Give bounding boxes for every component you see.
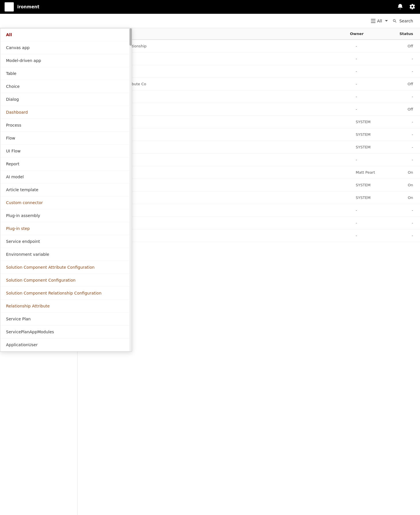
row-status: Off xyxy=(390,107,413,111)
dropdown-item[interactable]: Plug-in step xyxy=(0,222,132,235)
search-label: Search xyxy=(399,19,413,23)
dropdown-item[interactable]: Dashboard xyxy=(0,106,132,119)
row-owner: SYSTEM xyxy=(356,183,390,187)
row-status: - xyxy=(390,94,413,99)
dropdown-item[interactable]: Solution Component Attribute Configurati… xyxy=(0,261,132,274)
main-container: Type Solution Component RelationshipAppl… xyxy=(0,28,420,515)
dropdown-item[interactable]: Solution Component Relationship Configur… xyxy=(0,287,132,300)
dropdown-item[interactable]: ServicePlanAppModules xyxy=(0,326,132,338)
dropdown-item[interactable]: All xyxy=(0,28,132,41)
dropdown-item[interactable]: Service Plan xyxy=(0,313,132,326)
dropdown-item[interactable]: Article template xyxy=(0,183,132,196)
row-status: - xyxy=(390,57,413,61)
row-owner: - xyxy=(356,208,390,212)
dropdown-item[interactable]: Process xyxy=(0,119,132,132)
row-status: - xyxy=(390,132,413,137)
scrollbar-track xyxy=(129,28,132,351)
row-owner: - xyxy=(356,233,390,238)
row-owner: SYSTEM xyxy=(356,132,390,137)
row-owner: Matt Peart xyxy=(356,170,390,175)
search-box[interactable]: Search xyxy=(392,19,413,23)
row-owner: - xyxy=(356,69,390,73)
row-status: - xyxy=(390,221,413,225)
row-status: - xyxy=(390,233,413,238)
svg-rect-1 xyxy=(371,21,376,21)
dropdown-item[interactable]: Relationship Attribute xyxy=(0,300,132,313)
filter-all-button[interactable]: All xyxy=(371,19,388,23)
row-owner: - xyxy=(356,158,390,162)
top-bar-title: ironment xyxy=(17,4,39,9)
row-status: On xyxy=(390,183,413,187)
dropdown-item[interactable]: Environment variable xyxy=(0,248,132,261)
row-status: Off xyxy=(390,82,413,86)
dropdown-item[interactable]: UI Flow xyxy=(0,145,132,158)
top-bar: ironment xyxy=(0,0,420,14)
row-status: - xyxy=(390,69,413,73)
dropdown-item[interactable]: ApplicationUser xyxy=(0,338,132,351)
dropdown-item[interactable]: Solution Component Configuration xyxy=(0,274,132,287)
row-owner: - xyxy=(356,107,390,111)
dropdown-item[interactable]: Dialog xyxy=(0,93,132,106)
settings-icon[interactable] xyxy=(409,3,415,11)
dropdown-item[interactable]: AI model xyxy=(0,171,132,183)
row-status: On xyxy=(390,170,413,175)
type-dropdown[interactable]: AllCanvas appModel-driven appTableChoice… xyxy=(0,28,132,352)
th-status[interactable]: Status xyxy=(390,32,413,36)
sub-header: All Search xyxy=(0,14,420,28)
app-logo xyxy=(5,2,14,11)
row-owner: - xyxy=(356,57,390,61)
filter-all-label: All xyxy=(377,19,382,23)
row-status: - xyxy=(390,158,413,162)
dropdown-item[interactable]: Flow xyxy=(0,132,132,145)
dropdown-items: AllCanvas appModel-driven appTableChoice… xyxy=(0,28,132,351)
row-owner: - xyxy=(356,221,390,225)
filter-chevron-icon xyxy=(385,20,388,22)
dropdown-item[interactable]: Choice xyxy=(0,80,132,93)
row-status: On xyxy=(390,195,413,200)
row-status: - xyxy=(390,208,413,212)
row-status: - xyxy=(390,120,413,124)
bell-icon[interactable] xyxy=(397,3,403,11)
scrollbar-thumb xyxy=(129,28,132,46)
dropdown-item[interactable]: Model-driven app xyxy=(0,54,132,67)
top-bar-left: ironment xyxy=(5,2,39,11)
dropdown-item[interactable]: Custom connector xyxy=(0,196,132,209)
dropdown-item[interactable]: Canvas app xyxy=(0,41,132,54)
row-owner: SYSTEM xyxy=(356,145,390,149)
row-status: - xyxy=(390,145,413,149)
row-owner: SYSTEM xyxy=(356,195,390,200)
svg-rect-0 xyxy=(371,19,376,20)
row-owner: - xyxy=(356,94,390,99)
top-bar-right xyxy=(397,3,415,11)
row-status: Off xyxy=(390,44,413,48)
svg-rect-2 xyxy=(371,22,376,23)
dropdown-item[interactable]: Table xyxy=(0,67,132,80)
dropdown-item[interactable]: Service endpoint xyxy=(0,235,132,248)
row-owner: SYSTEM xyxy=(356,120,390,124)
dropdown-item[interactable]: Report xyxy=(0,158,132,171)
dropdown-item[interactable]: Plug-in assembly xyxy=(0,209,132,222)
row-owner: - xyxy=(356,82,390,86)
th-owner[interactable]: Owner xyxy=(350,32,390,36)
row-owner: - xyxy=(356,44,390,48)
